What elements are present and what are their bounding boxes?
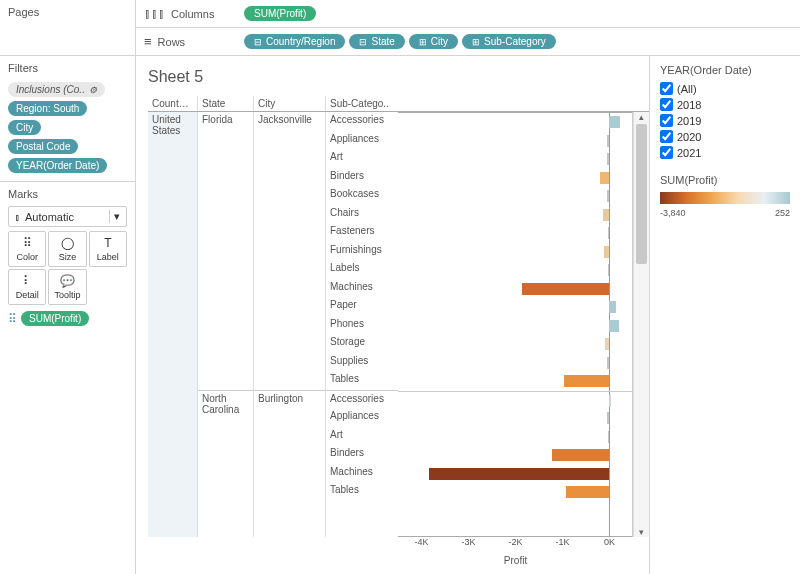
bar[interactable] xyxy=(609,395,612,407)
bar-row xyxy=(398,372,632,391)
year-checkbox[interactable]: (All) xyxy=(660,82,790,95)
scroll-down-icon[interactable]: ▾ xyxy=(634,527,649,537)
shelf-pill[interactable]: ⊟State xyxy=(349,34,404,49)
checkbox-input[interactable] xyxy=(660,130,673,143)
bar[interactable] xyxy=(605,338,609,350)
bar[interactable] xyxy=(607,190,609,202)
subcat-cell[interactable]: Fasteners xyxy=(326,223,398,242)
filter-pill[interactable]: Postal Code xyxy=(8,139,78,154)
marks-type-dropdown[interactable]: ⫾ Automatic ▾ xyxy=(8,206,127,227)
bar[interactable] xyxy=(607,135,609,147)
checkbox-input[interactable] xyxy=(660,82,673,95)
city-cell[interactable]: Jacksonville xyxy=(254,112,325,390)
marks-detail-button[interactable]: ⠇Detail xyxy=(8,269,46,305)
bar[interactable] xyxy=(522,283,609,295)
subcat-cell[interactable]: Bookcases xyxy=(326,186,398,205)
bar[interactable] xyxy=(607,153,608,165)
subcat-cell[interactable]: Paper xyxy=(326,297,398,316)
pages-title: Pages xyxy=(8,6,127,18)
subcat-cell[interactable]: Labels xyxy=(326,260,398,279)
header-subcat[interactable]: Sub-Catego.. xyxy=(326,96,398,111)
marks-color-pill[interactable]: SUM(Profit) xyxy=(21,311,89,326)
subcat-cell[interactable]: Accessories xyxy=(326,112,398,131)
hierarchy-icon: ⊞ xyxy=(419,37,427,47)
city-cell[interactable]: Burlington xyxy=(254,390,325,501)
subcat-cell[interactable]: Binders xyxy=(326,168,398,187)
subcat-cell[interactable]: Accessories xyxy=(326,390,398,409)
checkbox-input[interactable] xyxy=(660,114,673,127)
rows-shelf[interactable]: ≡Rows ⊟Country/Region⊟State⊞City⊞Sub-Cat… xyxy=(136,28,800,56)
filter-pill[interactable]: Inclusions (Co..⚙ xyxy=(8,82,105,97)
color-legend-bar[interactable] xyxy=(660,192,790,204)
scroll-up-icon[interactable]: ▴ xyxy=(634,112,649,122)
header-country[interactable]: Count⊟/Re.. xyxy=(148,96,198,111)
columns-shelf[interactable]: ⫿⫿⫿Columns SUM(Profit) xyxy=(136,0,800,28)
subcat-cell[interactable]: Art xyxy=(326,149,398,168)
header-state[interactable]: State xyxy=(198,96,254,111)
filter-pill[interactable]: City xyxy=(8,120,41,135)
pages-shelf[interactable]: Pages xyxy=(0,0,135,56)
bar[interactable] xyxy=(600,172,608,184)
state-cell[interactable]: Florida xyxy=(198,112,253,390)
axis-tick: -3K xyxy=(461,537,475,547)
subcat-cell[interactable]: Tables xyxy=(326,371,398,390)
year-checkbox[interactable]: 2018 xyxy=(660,98,790,111)
shelf-pill[interactable]: ⊟Country/Region xyxy=(244,34,345,49)
main-area: ⫿⫿⫿Columns SUM(Profit) ≡Rows ⊟Country/Re… xyxy=(136,0,800,574)
label-icon: T xyxy=(92,236,124,250)
subcat-cell[interactable]: Tables xyxy=(326,482,398,501)
year-filter-title: YEAR(Order Date) xyxy=(660,64,790,76)
subcat-cell[interactable]: Binders xyxy=(326,445,398,464)
bar[interactable] xyxy=(552,449,608,461)
bar[interactable] xyxy=(564,375,608,387)
bar[interactable] xyxy=(604,246,609,258)
columns-label: Columns xyxy=(171,8,214,20)
bar[interactable] xyxy=(566,486,608,498)
checkbox-input[interactable] xyxy=(660,146,673,159)
bar[interactable] xyxy=(608,264,609,276)
subcat-cell[interactable]: Art xyxy=(326,427,398,446)
checkbox-input[interactable] xyxy=(660,98,673,111)
bar[interactable] xyxy=(607,412,609,424)
subcat-cell[interactable]: Machines xyxy=(326,279,398,298)
bar[interactable] xyxy=(607,357,608,369)
bar[interactable] xyxy=(429,468,609,480)
shelf-pill[interactable]: ⊞Sub-Category xyxy=(462,34,556,49)
detail-icon: ⠇ xyxy=(11,274,43,288)
bar[interactable] xyxy=(608,227,609,239)
filter-pill[interactable]: YEAR(Order Date) xyxy=(8,158,107,173)
bar[interactable] xyxy=(609,116,621,128)
year-checkbox[interactable]: 2019 xyxy=(660,114,790,127)
subcat-cell[interactable]: Appliances xyxy=(326,408,398,427)
shelf-pill[interactable]: ⊞City xyxy=(409,34,458,49)
bar[interactable] xyxy=(609,320,619,332)
shelf-pill[interactable]: SUM(Profit) xyxy=(244,6,316,21)
scroll-thumb[interactable] xyxy=(636,124,647,264)
bar[interactable] xyxy=(609,301,616,313)
filter-pill[interactable]: Region: South xyxy=(8,101,87,116)
bar-row xyxy=(398,391,632,410)
year-checkbox[interactable]: 2020 xyxy=(660,130,790,143)
country-cell[interactable]: United States xyxy=(148,112,197,501)
bar[interactable] xyxy=(603,209,609,221)
subcat-cell[interactable]: Phones xyxy=(326,316,398,335)
vertical-scrollbar[interactable]: ▴▾ xyxy=(633,112,649,537)
marks-tooltip-button[interactable]: 💬Tooltip xyxy=(48,269,86,305)
state-cell[interactable]: North Carolina xyxy=(198,390,253,501)
tooltip-icon: 💬 xyxy=(51,274,83,288)
subcat-cell[interactable]: Chairs xyxy=(326,205,398,224)
bar[interactable] xyxy=(608,431,609,443)
marks-color-button[interactable]: ⠿Color xyxy=(8,231,46,267)
subcat-cell[interactable]: Machines xyxy=(326,464,398,483)
subcat-cell[interactable]: Supplies xyxy=(326,353,398,372)
subcat-cell[interactable]: Appliances xyxy=(326,131,398,150)
header-city[interactable]: City xyxy=(254,96,326,111)
marks-type-label: Automatic xyxy=(25,211,74,223)
axis-tick: -2K xyxy=(508,537,522,547)
subcat-cell[interactable]: Furnishings xyxy=(326,242,398,261)
subcat-cell[interactable]: Storage xyxy=(326,334,398,353)
marks-label-button[interactable]: TLabel xyxy=(89,231,127,267)
filters-title: Filters xyxy=(8,62,127,74)
year-checkbox[interactable]: 2021 xyxy=(660,146,790,159)
marks-size-button[interactable]: ◯Size xyxy=(48,231,86,267)
